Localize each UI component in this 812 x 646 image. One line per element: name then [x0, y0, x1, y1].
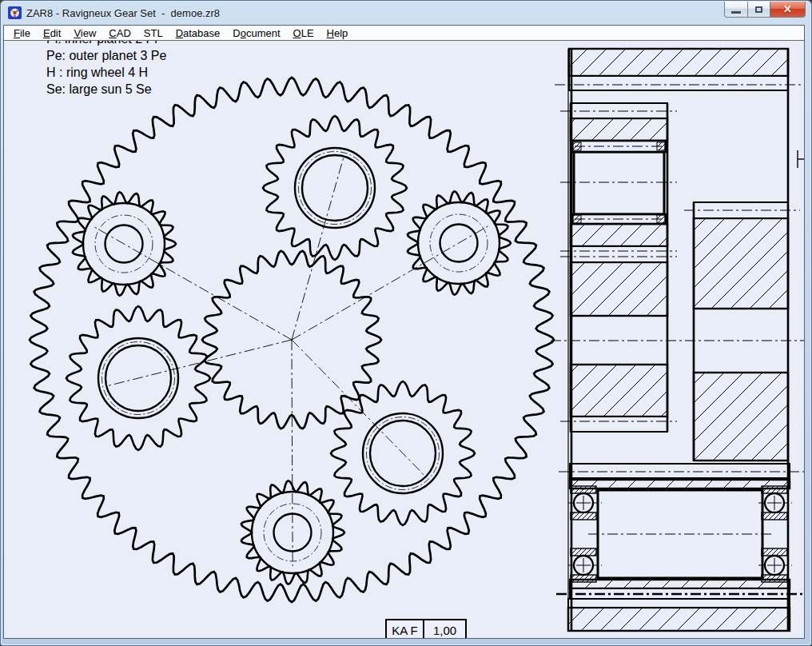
- load-factor-box[interactable]: KA F 1,00: [385, 619, 467, 638]
- minimize-icon: [731, 11, 741, 14]
- legend-line: H : ring wheel 4 H: [46, 64, 166, 81]
- gear-legend: Pi: inner planet 2 PiPe: outer planet 3 …: [46, 41, 166, 98]
- menu-item-document[interactable]: Document: [226, 26, 286, 40]
- maximize-icon: [755, 6, 762, 13]
- gear-front-view: [30, 78, 554, 602]
- close-icon: ✕: [783, 4, 792, 14]
- menu-item-database[interactable]: Database: [169, 26, 227, 40]
- menu-item-help[interactable]: Help: [320, 26, 355, 40]
- menu-item-ole[interactable]: OLE: [287, 26, 320, 40]
- legend-line: Se: large sun 5 Se: [46, 81, 166, 98]
- cad-canvas[interactable]: [4, 41, 804, 638]
- menu-item-cad[interactable]: CAD: [102, 26, 137, 40]
- window-title: ZAR8 - Ravigneux Gear Set - demoe.zr8: [26, 7, 220, 19]
- title-bar: ZAR8 - Ravigneux Gear Set - demoe.zr8 ✕: [1, 1, 811, 25]
- menu-item-stl[interactable]: STL: [137, 26, 169, 40]
- legend-line: Pi: inner planet 2 Pi: [46, 41, 166, 47]
- maximize-button[interactable]: [747, 2, 770, 18]
- minimize-button[interactable]: [724, 2, 747, 18]
- menu-item-view[interactable]: View: [67, 26, 102, 40]
- app-gear-icon: [8, 6, 22, 19]
- app-window: ZAR8 - Ravigneux Gear Set - demoe.zr8 ✕ …: [0, 0, 812, 646]
- client-area: FileEditViewCADSTLDatabaseDocumentOLEHel…: [3, 25, 805, 639]
- load-factor-label: KA F: [387, 620, 424, 638]
- menu-bar: FileEditViewCADSTLDatabaseDocumentOLEHel…: [4, 26, 804, 41]
- menu-item-edit[interactable]: Edit: [37, 26, 67, 40]
- legend-line: Pe: outer planet 3 Pe: [46, 47, 166, 64]
- drawing-area[interactable]: Pi: inner planet 2 PiPe: outer planet 3 …: [4, 41, 804, 638]
- close-button[interactable]: ✕: [770, 2, 806, 18]
- load-factor-value: 1,00: [424, 620, 465, 638]
- gear-section-view: [551, 49, 804, 631]
- menu-item-file[interactable]: File: [7, 26, 37, 40]
